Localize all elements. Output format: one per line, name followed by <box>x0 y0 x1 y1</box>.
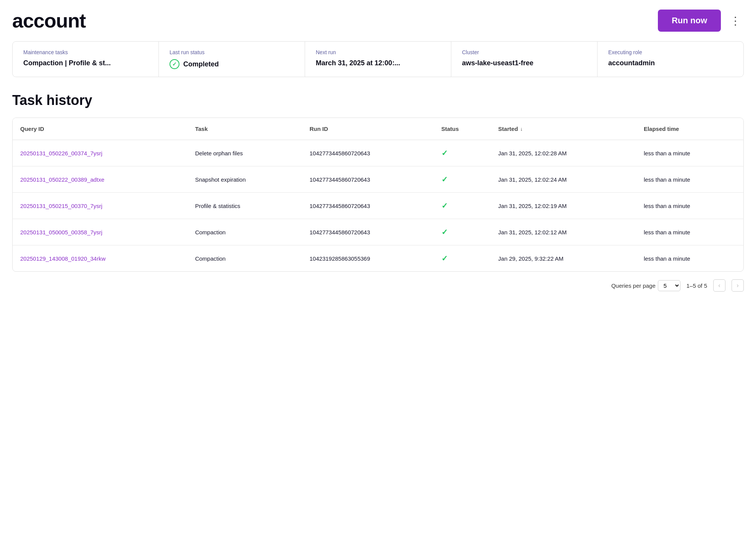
per-page-dropdown[interactable]: 5 10 25 <box>658 280 680 291</box>
run-id-cell: 1042319285863055369 <box>302 245 434 272</box>
executing-role-label: Executing role <box>608 49 733 55</box>
maintenance-tasks-value: Compaction | Profile & st... <box>23 59 148 67</box>
col-header-run-id: Run ID <box>302 118 434 140</box>
run-id-cell: 1042773445860720643 <box>302 166 434 193</box>
cluster-value: aws-lake-useast1-free <box>462 59 586 67</box>
col-header-elapsed-time: Elapsed time <box>636 118 743 140</box>
cluster-label: Cluster <box>462 49 586 55</box>
run-id-cell: 1042773445860720643 <box>302 140 434 166</box>
elapsed-cell: less than a minute <box>636 193 743 219</box>
info-bar: Maintenance tasks Compaction | Profile &… <box>12 41 744 77</box>
info-cell-last-run-status: Last run status ✓ Completed <box>159 42 305 77</box>
status-success-icon: ✓ <box>441 149 448 157</box>
per-page-label: Queries per page <box>611 282 656 289</box>
started-cell: Jan 31, 2025, 12:02:24 AM <box>491 166 636 193</box>
maintenance-tasks-label: Maintenance tasks <box>23 49 148 55</box>
table-body: 20250131_050226_00374_7ysrjDelete orphan… <box>13 140 743 272</box>
col-header-task: Task <box>187 118 302 140</box>
started-cell: Jan 31, 2025, 12:02:19 AM <box>491 193 636 219</box>
query-id-link[interactable]: 20250131_050226_00374_7ysrj <box>20 150 102 156</box>
last-run-status-label: Last run status <box>170 49 294 55</box>
query-id-link[interactable]: 20250131_050005_00358_7ysrj <box>20 229 102 235</box>
task-cell: Snapshot expiration <box>187 166 302 193</box>
col-header-started[interactable]: Started ↓ <box>491 118 636 140</box>
task-cell: Compaction <box>187 245 302 272</box>
task-cell: Profile & statistics <box>187 193 302 219</box>
started-cell: Jan 31, 2025, 12:02:28 AM <box>491 140 636 166</box>
per-page-select-group: Queries per page 5 10 25 <box>611 280 680 291</box>
task-history-title: Task history <box>0 89 756 118</box>
started-cell: Jan 29, 2025, 9:32:22 AM <box>491 245 636 272</box>
info-cell-next-run: Next run March 31, 2025 at 12:00:... <box>305 42 451 77</box>
info-cell-executing-role: Executing role accountadmin <box>598 42 743 77</box>
header: account Run now ⋮ <box>0 0 756 38</box>
status-cell: ✓ <box>434 193 491 219</box>
status-cell: ✓ <box>434 245 491 272</box>
task-cell: Compaction <box>187 219 302 245</box>
task-cell: Delete orphan files <box>187 140 302 166</box>
page-range: 1–5 of 5 <box>687 282 707 289</box>
status-success-icon: ✓ <box>441 202 448 210</box>
elapsed-cell: less than a minute <box>636 166 743 193</box>
status-cell: ✓ <box>434 140 491 166</box>
more-options-icon[interactable]: ⋮ <box>727 11 744 30</box>
started-cell: Jan 31, 2025, 12:02:12 AM <box>491 219 636 245</box>
table-header-row: Query ID Task Run ID Status Started ↓ El… <box>13 118 743 140</box>
executing-role-value: accountadmin <box>608 59 733 67</box>
query-id-link[interactable]: 20250131_050222_00389_adtxe <box>20 176 104 183</box>
status-success-icon: ✓ <box>441 254 448 263</box>
status-success-icon: ✓ <box>441 175 448 184</box>
info-cell-cluster: Cluster aws-lake-useast1-free <box>451 42 598 77</box>
page-title: account <box>12 9 86 32</box>
prev-page-button[interactable]: ‹ <box>713 279 725 292</box>
last-run-status-value: ✓ Completed <box>170 59 294 69</box>
table-row: 20250131_050226_00374_7ysrjDelete orphan… <box>13 140 743 166</box>
info-cell-maintenance-tasks: Maintenance tasks Compaction | Profile &… <box>13 42 159 77</box>
status-cell: ✓ <box>434 166 491 193</box>
next-page-button[interactable]: › <box>732 279 744 292</box>
header-actions: Run now ⋮ <box>658 10 744 32</box>
pagination-row: Queries per page 5 10 25 1–5 of 5 ‹ › <box>0 272 756 299</box>
table-row: 20250131_050215_00370_7ysrjProfile & sta… <box>13 193 743 219</box>
query-id-link[interactable]: 20250131_050215_00370_7ysrj <box>20 203 102 209</box>
elapsed-cell: less than a minute <box>636 140 743 166</box>
status-success-icon: ✓ <box>441 228 448 236</box>
task-history-table: Query ID Task Run ID Status Started ↓ El… <box>13 118 743 271</box>
col-header-status: Status <box>434 118 491 140</box>
elapsed-cell: less than a minute <box>636 245 743 272</box>
started-sort-icon: ↓ <box>520 126 523 132</box>
run-now-button[interactable]: Run now <box>658 10 721 32</box>
query-id-link[interactable]: 20250129_143008_01920_34rkw <box>20 255 106 262</box>
run-id-cell: 1042773445860720643 <box>302 193 434 219</box>
next-run-label: Next run <box>316 49 440 55</box>
status-cell: ✓ <box>434 219 491 245</box>
table-row: 20250131_050005_00358_7ysrjCompaction104… <box>13 219 743 245</box>
next-run-value: March 31, 2025 at 12:00:... <box>316 59 440 67</box>
col-header-query-id: Query ID <box>13 118 187 140</box>
run-id-cell: 1042773445860720643 <box>302 219 434 245</box>
table-row: 20250131_050222_00389_adtxeSnapshot expi… <box>13 166 743 193</box>
elapsed-cell: less than a minute <box>636 219 743 245</box>
task-history-table-container: Query ID Task Run ID Status Started ↓ El… <box>12 118 744 272</box>
table-row: 20250129_143008_01920_34rkwCompaction104… <box>13 245 743 272</box>
status-check-circle-icon: ✓ <box>170 59 179 69</box>
